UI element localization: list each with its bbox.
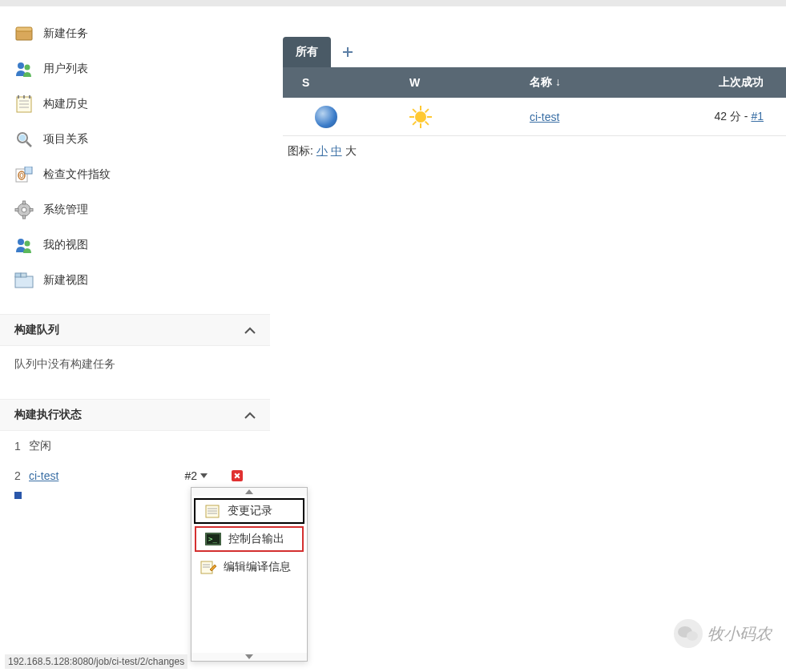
sidebar-item-label: 检查文件指纹 <box>43 167 111 182</box>
last-success-cell: 42 分 - #1 <box>691 110 786 124</box>
build-queue-header[interactable]: 构建队列 <box>0 314 270 346</box>
executor-row-running: 2 ci-test #2 <box>0 461 270 490</box>
table-header: S W 名称 ↓ 上次成功 <box>283 67 786 98</box>
last-build-link[interactable]: #1 <box>751 110 764 123</box>
svg-rect-20 <box>23 201 26 204</box>
progress-indicator <box>14 492 22 499</box>
sidebar: 新建任务 用户列表 构建历史 项目关系 检查文件指纹 <box>0 6 270 499</box>
tabs-bar: 所有 <box>283 6 786 67</box>
build-number[interactable]: #2 <box>184 469 197 482</box>
svg-point-12 <box>19 135 26 141</box>
svg-rect-10 <box>29 95 30 99</box>
tab-all[interactable]: 所有 <box>283 37 331 67</box>
svg-rect-8 <box>18 95 19 99</box>
svg-rect-9 <box>23 95 25 99</box>
menu-item-console[interactable]: >_ 控制台输出 <box>195 526 304 552</box>
sidebar-item-new-view[interactable]: 新建视图 <box>0 263 270 298</box>
executor-number: 2 <box>14 469 29 482</box>
executor-header[interactable]: 构建执行状态 <box>0 399 270 431</box>
tabs-icon <box>14 271 34 290</box>
icon-size-legend: 图标: 小 中 大 <box>283 136 786 167</box>
watermark: 牧小码农 <box>674 619 772 648</box>
sidebar-item-label: 新建视图 <box>43 273 88 288</box>
svg-rect-23 <box>30 209 33 211</box>
gear-icon <box>14 200 34 219</box>
sidebar-item-label: 系统管理 <box>43 203 88 217</box>
executor-job-link[interactable]: ci-test <box>29 469 58 482</box>
chevron-up-icon <box>244 327 256 334</box>
sidebar-item-my-views[interactable]: 我的视图 <box>0 227 270 263</box>
svg-rect-21 <box>23 215 26 219</box>
users-icon <box>14 59 34 78</box>
menu-item-changes[interactable]: 变更记录 <box>194 498 304 524</box>
svg-rect-22 <box>15 209 18 211</box>
sidebar-item-label: 项目关系 <box>43 132 88 147</box>
last-success-text: 42 分 - <box>715 110 752 123</box>
sidebar-item-manage[interactable]: 系统管理 <box>0 192 270 227</box>
svg-point-40 <box>687 631 698 641</box>
sidebar-item-new-job[interactable]: 新建任务 <box>0 16 270 51</box>
legend-small[interactable]: 小 <box>316 144 328 157</box>
menu-label: 编辑编译信息 <box>224 560 291 574</box>
svg-line-13 <box>26 142 31 147</box>
svg-text:>_: >_ <box>208 535 217 543</box>
col-last-success[interactable]: 上次成功 <box>691 75 786 90</box>
notepad-icon <box>14 95 34 114</box>
users-icon <box>14 235 34 255</box>
chevron-up-icon <box>244 412 256 419</box>
svg-point-19 <box>22 207 26 212</box>
sidebar-item-label: 用户列表 <box>43 62 88 76</box>
menu-label: 变更记录 <box>228 504 272 518</box>
sidebar-item-fingerprint[interactable]: 检查文件指纹 <box>0 157 270 192</box>
notepad-icon <box>204 504 221 518</box>
legend-prefix: 图标: <box>288 144 316 157</box>
edit-notepad-icon <box>200 560 217 574</box>
sidebar-item-users[interactable]: 用户列表 <box>0 51 270 87</box>
search-icon <box>14 130 34 149</box>
sidebar-item-label: 新建任务 <box>43 26 88 41</box>
svg-rect-1 <box>16 27 32 31</box>
legend-large: 大 <box>342 144 357 157</box>
build-dropdown-menu: 变更记录 >_ 控制台输出 编辑编译信息 <box>191 487 308 662</box>
dropdown-caret-icon[interactable] <box>200 473 208 478</box>
terminal-icon: >_ <box>204 532 222 546</box>
section-title: 构建队列 <box>14 323 59 337</box>
add-tab-button[interactable] <box>331 37 365 67</box>
svg-point-3 <box>25 65 30 70</box>
scroll-down-arrow[interactable] <box>191 653 307 661</box>
col-name[interactable]: 名称 ↓ <box>530 75 691 90</box>
svg-point-2 <box>18 62 24 69</box>
table-row[interactable]: ci-test 42 分 - #1 <box>283 98 786 136</box>
main-content: 所有 S W 名称 ↓ 上次成功 ci-test 42 分 <box>283 6 786 167</box>
status-bar-url: 192.168.5.128:8080/job/ci-test/2/changes <box>5 654 187 669</box>
legend-medium[interactable]: 中 <box>331 144 342 157</box>
col-weather[interactable]: W <box>409 76 530 89</box>
menu-item-edit-build-info[interactable]: 编辑编译信息 <box>191 553 307 581</box>
new-job-icon <box>14 24 34 43</box>
svg-rect-28 <box>21 273 26 277</box>
sidebar-item-label: 构建历史 <box>43 97 88 111</box>
svg-rect-26 <box>15 276 33 288</box>
job-link[interactable]: ci-test <box>530 111 559 123</box>
svg-rect-27 <box>15 273 21 277</box>
svg-point-25 <box>25 241 30 247</box>
wechat-icon <box>674 619 703 648</box>
svg-point-24 <box>18 239 24 245</box>
sidebar-item-build-history[interactable]: 构建历史 <box>0 87 270 122</box>
menu-label: 控制台输出 <box>228 532 284 546</box>
section-title: 构建执行状态 <box>14 408 82 422</box>
fingerprint-icon <box>14 165 34 184</box>
queue-empty-message: 队列中没有构建任务 <box>0 346 270 383</box>
executor-number: 1 <box>14 440 29 453</box>
sidebar-item-label: 我的视图 <box>43 238 88 252</box>
weather-sunny-icon <box>409 106 432 128</box>
sidebar-item-relationships[interactable]: 项目关系 <box>0 122 270 157</box>
svg-rect-17 <box>25 167 32 174</box>
executor-row-idle: 1 空闲 <box>0 431 270 461</box>
executor-status: 空闲 <box>29 439 51 453</box>
watermark-text: 牧小码农 <box>707 623 772 645</box>
cancel-build-icon[interactable] <box>232 470 243 481</box>
status-ball-icon <box>315 106 337 128</box>
col-status[interactable]: S <box>283 76 409 89</box>
scroll-up-arrow[interactable] <box>191 488 307 496</box>
